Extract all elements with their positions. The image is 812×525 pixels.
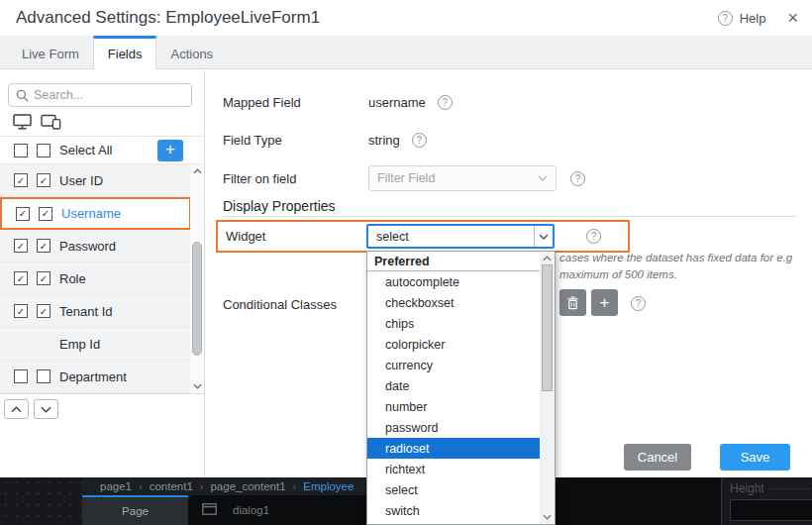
scroll-down-icon[interactable] [540,510,555,524]
tab-actions[interactable]: Actions [156,36,227,68]
add-conditional-class-button[interactable]: + [591,289,618,316]
dropdown-option-radioset[interactable]: radioset [367,438,542,459]
field-row-role[interactable]: Role [0,262,191,295]
field-label: Role [59,271,86,286]
breadcrumb-item-page1[interactable]: page1 [100,480,132,492]
close-icon[interactable]: × [787,9,798,27]
dropdown-option-password[interactable]: password [367,417,542,438]
widget-help-icon[interactable] [586,229,601,244]
dropdown-option-checkboxset[interactable]: checkboxset [367,292,542,313]
breadcrumb-item-employee[interactable]: Employee [303,480,354,492]
field-type-label: Field Type [223,133,368,148]
dropdown-option-number[interactable]: number [367,396,542,417]
widget-select-value: select [368,226,534,247]
scrollbar-thumb[interactable] [192,242,202,356]
dialog-window-icon [202,501,217,519]
scroll-up-icon[interactable] [190,164,204,178]
dropdown-option-currency[interactable]: currency [367,355,542,375]
tab-live-form[interactable]: Live Form [8,36,93,68]
move-field-down-button[interactable] [34,399,58,419]
mapped-field-label: Mapped Field [223,95,368,110]
checkbox[interactable] [37,271,51,285]
dropdown-option-richtext[interactable]: richtext [367,459,542,479]
dropdown-group-header: Preferred [367,252,542,271]
breadcrumb-item-content1[interactable]: content1 [150,480,193,492]
device-toggle-row [0,111,204,137]
field-row-username[interactable]: Username [0,197,191,230]
field-row-emp-id[interactable]: Emp Id [0,328,191,361]
checkbox[interactable] [37,304,51,318]
page-tab[interactable]: Page [82,495,188,525]
move-field-up-button[interactable] [4,399,29,419]
help-icon[interactable] [718,11,733,26]
widget-select[interactable]: select [366,224,555,249]
breadcrumb-separator: › [293,480,297,492]
height-property-input[interactable] [730,499,812,521]
dropdown-option-autocomplete[interactable]: autocomplete [367,271,542,292]
field-row-password[interactable]: Password [0,230,191,262]
field-type-row: Field Type string [223,133,427,148]
canvas-tab-row: Page dialog1 [82,495,388,525]
tab-fields[interactable]: Fields [93,36,157,69]
checkbox[interactable] [14,304,28,318]
page-tab-label: Page [122,505,149,517]
field-order-controls [0,393,204,477]
cancel-button[interactable]: Cancel [624,444,691,471]
checkbox[interactable] [14,271,28,285]
filter-on-field-help-icon[interactable] [570,171,585,186]
dropdown-option-chips[interactable]: chips [367,313,542,334]
dropdown-option-select[interactable]: select [367,479,542,500]
dialog-tabs: Live FormFieldsActions [0,36,812,69]
checkbox[interactable] [37,239,51,253]
save-button[interactable]: Save [720,444,790,471]
field-row-tenant-id[interactable]: Tenant Id [0,295,191,328]
checkbox[interactable] [37,173,51,187]
field-label: Tenant Id [59,304,113,319]
field-list: User IDUsernamePasswordRoleTenant IdEmp … [0,164,191,393]
help-link[interactable]: Help [740,11,766,26]
mapped-field-value: username [368,95,426,110]
mapped-field-help-icon[interactable] [438,95,453,110]
trash-icon [566,296,579,310]
dropdown-scrollbar[interactable] [540,252,555,524]
field-row-user-id[interactable]: User ID [0,164,191,197]
dialog1-tab[interactable]: dialog1 [233,504,269,516]
widget-dropdown: Preferred autocompletecheckboxsetchipsco… [366,251,556,525]
field-list-scrollbar[interactable] [190,164,204,393]
checkbox[interactable] [16,207,30,221]
select-all-checkbox-2[interactable] [37,144,51,158]
add-field-button[interactable]: + [157,140,183,161]
delete-conditional-class-button[interactable] [559,289,586,316]
dialog-header: Advanced Settings: EmployeeLiveForm1 Hel… [0,0,812,36]
checkbox[interactable] [39,207,52,221]
search-box[interactable] [8,83,192,107]
dropdown-option-colorpicker[interactable]: colorpicker [367,334,542,355]
checkbox[interactable] [14,239,28,253]
select-all-checkbox-1[interactable] [14,144,28,158]
dropdown-option-switch[interactable]: switch [367,500,542,521]
filter-field-placeholder: Filter Field [377,171,538,185]
mobile-tablet-icon[interactable] [41,114,61,134]
conditional-classes-help-icon[interactable] [631,296,646,311]
field-type-help-icon[interactable] [412,133,427,148]
search-icon [16,89,29,102]
scroll-down-icon[interactable] [190,379,204,393]
chevron-down-icon[interactable] [534,226,553,247]
breadcrumb-separator: › [200,480,204,492]
chevron-down-icon [538,175,548,181]
checkbox[interactable] [14,173,28,187]
search-input[interactable] [34,88,191,102]
desktop-icon[interactable] [13,114,32,134]
scrollbar-thumb[interactable] [542,264,553,391]
field-label: Username [61,206,121,221]
checkbox[interactable] [14,369,28,383]
scroll-up-icon[interactable] [540,252,555,265]
dotted-rule [769,488,812,489]
dropdown-option-date[interactable]: date [367,375,542,396]
display-properties-heading: Display Properties [223,198,336,214]
field-row-department[interactable]: Department [0,361,191,393]
checkbox[interactable] [37,369,51,383]
breadcrumb-item-page_content1[interactable]: page_content1 [210,480,285,492]
field-label: Department [59,369,127,384]
field-label: User ID [59,173,103,188]
